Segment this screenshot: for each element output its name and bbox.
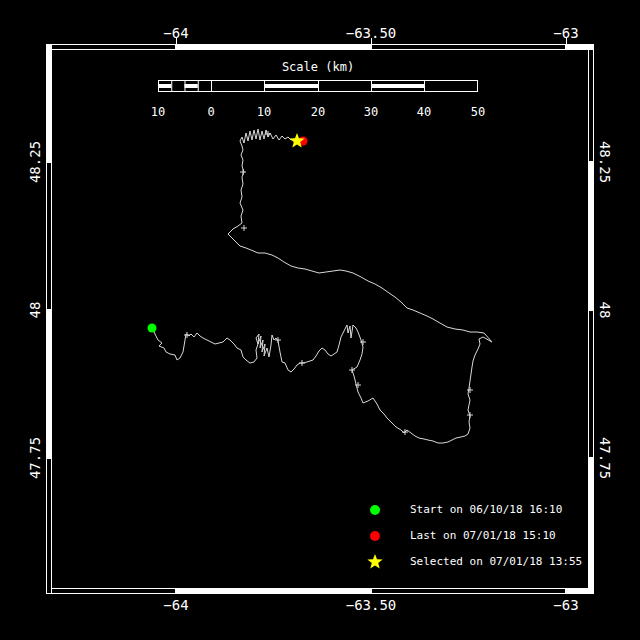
legend-marker-2 [367,554,382,568]
axis-label-top-2: −63 [553,25,578,41]
legend-marker-1 [370,531,380,541]
axis-label-bottom-2: −63 [553,597,578,613]
axis-label-right-1: 48 [597,302,613,319]
scale-label-3: 20 [311,105,325,119]
scale-bar-title: Scale (km) [158,60,478,74]
border-segment [47,45,52,162]
border-segment [47,45,176,50]
map-canvas [0,0,640,640]
scale-label-5: 40 [417,105,431,119]
legend-marker-0 [370,505,380,515]
border-segment [177,589,371,594]
scale-bar-fill [264,84,318,88]
axis-label-left-1: 48 [27,302,43,319]
start-position-marker [148,324,157,333]
drifter-track-map: −64−63.50−63−64−63.50−6348.254847.7548.2… [0,0,640,640]
scale-label-1: 0 [207,105,214,119]
scale-bar-fill [158,84,171,88]
border-segment [47,163,52,310]
axis-label-bottom-1: −63.50 [346,597,397,613]
legend-label-start: Start on 06/10/18 16:10 [410,503,562,517]
legend-label-last: Last on 07/01/18 15:10 [410,529,556,543]
border-segment [567,45,594,50]
border-segment [589,163,594,310]
axis-label-right-2: 47.75 [597,437,613,479]
axis-label-top-1: −63.50 [346,25,397,41]
axis-label-left-2: 47.75 [27,437,43,479]
scale-label-6: 50 [471,105,485,119]
axis-label-bottom-0: −64 [163,597,188,613]
border-segment [177,45,371,50]
scale-label-2: 10 [257,105,271,119]
border-segment [589,311,594,458]
axis-label-left-0: 48.25 [27,141,43,183]
border-segment [589,459,594,594]
axis-label-right-0: 48.25 [597,141,613,183]
scale-label-0: 10 [151,105,165,119]
border-segment [589,45,594,162]
border-segment [47,589,176,594]
border-segment [372,45,566,50]
track-path [152,129,492,443]
border-segment [47,311,52,458]
scale-label-4: 30 [364,105,378,119]
scale-bar-fill [185,84,198,88]
border-segment [372,589,566,594]
axis-label-top-0: −64 [163,25,188,41]
scale-bar-fill [371,84,424,88]
border-segment [47,459,52,594]
legend-label-selected: Selected on 07/01/18 13:55 [410,555,582,569]
